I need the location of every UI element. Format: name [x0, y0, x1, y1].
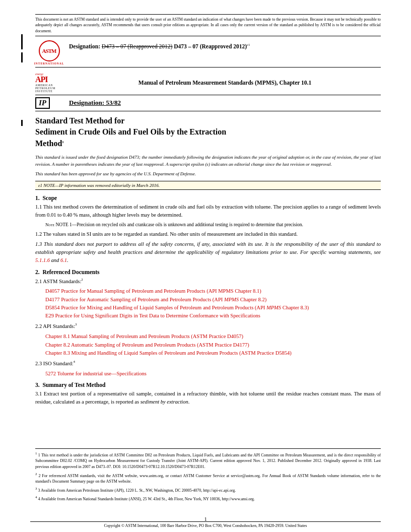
section-referenced-heading: 2. Referenced Documents — [35, 269, 381, 275]
section-summary-heading: 3. Summary of Test Method — [35, 382, 381, 388]
para-3-1: 3.1 Extract test portion of a representa… — [35, 390, 381, 407]
scope-number: 1. — [35, 195, 40, 201]
designation-label: Designation: — [69, 43, 102, 49]
astm-logo-circle: ASTM — [39, 40, 60, 61]
referenced-number: 2. — [35, 269, 40, 275]
main-title-superscript: 1 — [62, 140, 64, 144]
copyright-footer: Copyright © ASTM International, 100 Barr… — [30, 521, 381, 528]
note-box: ε1 NOTE—IP information was removed edito… — [35, 181, 381, 190]
ip-row: IP Designation: 53/82 — [35, 97, 381, 111]
astm-standards-label: 2.1 ASTM Standards:2 — [35, 277, 381, 286]
designation-strike: D473 – 07 (Reapproved 2012) — [102, 43, 173, 49]
api-ref-1[interactable]: Chapter 8.1 Manual Sampling of Petroleum… — [45, 332, 381, 341]
astm-label-text: 2.1 ASTM Standards: — [35, 278, 81, 284]
astm-letters: ASTM — [42, 48, 56, 54]
astm-ref-2[interactable]: D4177 Practice for Automatic Sampling of… — [45, 296, 381, 304]
header-section: ASTM INTERNATIONAL Designation: D473 – 0… — [35, 40, 381, 68]
astm-ref-3-text: D5854 Practice for Mixing and Handling o… — [45, 305, 309, 310]
iso-superscript: 4 — [74, 360, 76, 364]
top-notice: This document is not an ASTM standard an… — [35, 14, 381, 36]
iso-ref-list: 5272 Toluene for industrial use—Specific… — [45, 370, 381, 378]
note-1-label: Note — [45, 222, 55, 227]
note-1-inline: Note NOTE 1—Precision on recycled oils a… — [45, 221, 381, 229]
astm-ref-1[interactable]: D4057 Practice for Manual Sampling of Pe… — [45, 287, 381, 295]
api-ref-3-text: Chapter 8.3 Mixing and Handling of Liqui… — [45, 350, 292, 356]
designation-superscript: ε1 — [247, 43, 250, 47]
footnote-3-text: 3 Available from American Petroleum Inst… — [38, 488, 236, 492]
referenced-title: Referenced Documents — [42, 269, 99, 275]
footnote-1: 1 1 This test method is under the jurisd… — [35, 451, 381, 470]
page: This document is not an ASTM standard an… — [0, 0, 411, 532]
para-1-1: 1.1 This test method covers the determin… — [35, 203, 381, 220]
footnote-3: 3 3 Available from American Petroleum In… — [35, 486, 381, 493]
designation-current: D473 – 07 (Reapproved 2012) — [174, 43, 247, 49]
astm-ref-2-text: D4177 Practice for Automatic Sampling of… — [45, 297, 266, 302]
astm-superscript: 2 — [81, 278, 83, 282]
ip-logo: IP — [35, 97, 63, 109]
change-indicator-3 — [21, 120, 23, 126]
note-1-text: NOTE 1—Precision on recycled oils and cr… — [55, 222, 303, 227]
italic-notice-2: This standard has been approved for use … — [35, 171, 381, 178]
iso-ref-1[interactable]: 5272 Toluene for industrial use—Specific… — [45, 370, 381, 378]
iso-ref-1-text: 5272 Toluene for industrial use—Specific… — [45, 371, 147, 376]
api-label-text: 2.2 API Standards: — [35, 323, 75, 329]
api-ref-3[interactable]: Chapter 8.3 Mixing and Handling of Liqui… — [45, 349, 381, 357]
footnote-1-text: 1 This test method is under the jurisdic… — [35, 453, 381, 469]
api-row: energy API AMERICAN PETROLEUM INSTITUTE … — [35, 71, 381, 95]
api-ref-1-text: Chapter 8.1 Manual Sampling of Petroleum… — [45, 334, 243, 339]
para-1-3-italic: This standard does not purport to addres… — [35, 241, 381, 255]
ref-6-1[interactable]: 6.1 — [60, 257, 67, 263]
footnote-4: 4 4 Available from American National Sta… — [35, 495, 381, 502]
ref-5-1-1-6[interactable]: 5.1.1.6 — [35, 257, 50, 263]
api-logo: energy API AMERICAN PETROLEUM INSTITUTE — [35, 73, 63, 93]
footnote-2: 2 2 For referenced ASTM standards, visit… — [35, 472, 381, 485]
astm-international-label: INTERNATIONAL — [34, 62, 64, 65]
manual-title: Manual of Petroleum Measurement Standard… — [69, 80, 381, 86]
summary-title: Summary of Test Method — [42, 382, 105, 388]
change-indicator-1 — [21, 34, 23, 49]
astm-ref-3[interactable]: D5854 Practice for Mixing and Handling o… — [45, 304, 381, 312]
astm-logo: ASTM INTERNATIONAL — [35, 40, 63, 65]
footnote-4-text: 4 Available from American National Stand… — [38, 496, 255, 501]
scope-title: Scope — [42, 195, 57, 201]
ip-box: IP — [35, 97, 50, 109]
iso-label-text: 2.3 ISO Standard: — [35, 361, 74, 366]
api-standards-label: 2.2 API Standards:3 — [35, 322, 381, 330]
section-scope-heading: 1. Scope — [35, 195, 381, 201]
api-subtitle: AMERICAN PETROLEUM INSTITUTE — [35, 84, 63, 93]
api-superscript: 3 — [75, 322, 77, 326]
italic-notice-1: This standard is issued under the fixed … — [35, 154, 381, 168]
para-1-2: 1.2 The values stated in SI units are to… — [35, 230, 381, 238]
iso-standard-label: 2.3 ISO Standard:4 — [35, 359, 381, 368]
api-ref-2[interactable]: Chapter 8.2 Automatic Sampling of Petrol… — [45, 341, 381, 349]
api-ref-list: Chapter 8.1 Manual Sampling of Petroleum… — [45, 332, 381, 357]
sediment-italic: sediment by extraction — [141, 399, 188, 405]
summary-number: 3. — [35, 382, 40, 388]
footnote-area: 1 1 This test method is under the jurisd… — [35, 448, 381, 502]
astm-ref-4[interactable]: E29 Practice for Using Significant Digit… — [45, 312, 381, 320]
footnote-2-text: 2 For referenced ASTM standards, visit t… — [35, 473, 381, 484]
change-indicator-2 — [21, 52, 23, 62]
para-1-3: 1.3 This standard does not purport to ad… — [35, 240, 381, 265]
astm-ref-list: D4057 Practice for Manual Sampling of Pe… — [45, 287, 381, 320]
designation-text: Designation: D473 – 07 (Reapproved 2012)… — [69, 40, 381, 51]
ip-designation: Designation: 53/82 — [69, 99, 121, 107]
api-text: API — [35, 76, 48, 84]
api-logo-wrap: energy API AMERICAN PETROLEUM INSTITUTE — [35, 73, 63, 93]
api-ref-2-text: Chapter 8.2 Automatic Sampling of Petrol… — [45, 342, 249, 348]
astm-ref-1-text: D4057 Practice for Manual Sampling of Pe… — [45, 288, 261, 294]
main-title: Standard Test Method for Sediment in Cru… — [35, 115, 381, 149]
top-notice-text: This document is not an ASTM standard an… — [35, 17, 381, 33]
astm-ref-4-text: E29 Practice for Using Significant Digit… — [45, 313, 260, 318]
